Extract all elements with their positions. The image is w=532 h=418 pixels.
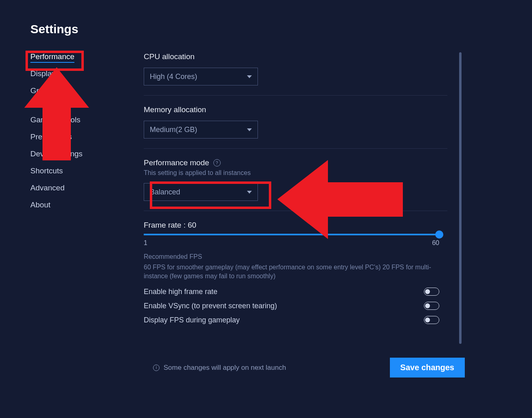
sidebar-item-display[interactable]: Display: [30, 69, 111, 78]
footer-note-text: Some changes will apply on next launch: [164, 364, 286, 372]
slider-thumb[interactable]: [435, 230, 443, 239]
toggle-vsync[interactable]: [424, 302, 439, 310]
save-button[interactable]: Save changes: [390, 358, 465, 377]
memory-value: Medium(2 GB): [150, 126, 197, 134]
frame-rate-max: 60: [432, 239, 439, 247]
sidebar-item-game-controls[interactable]: Game controls: [30, 115, 111, 124]
sidebar-item-advanced[interactable]: Advanced: [30, 183, 111, 192]
sidebar-item-about[interactable]: About: [30, 200, 111, 209]
cpu-select[interactable]: High (4 Cores): [144, 68, 258, 85]
toggle-high-frame[interactable]: [424, 288, 439, 296]
sidebar-item-shortcuts[interactable]: Shortcuts: [30, 166, 111, 175]
frame-rate-label-prefix: Frame rate :: [144, 221, 188, 229]
perf-mode-label: Performance mode: [144, 158, 209, 167]
cpu-value: High (4 Cores): [150, 73, 197, 81]
memory-select[interactable]: Medium(2 GB): [144, 121, 258, 139]
sidebar-item-device-settings[interactable]: Device settings: [30, 149, 111, 158]
chevron-down-icon: [247, 191, 252, 194]
recommended-title: Recommended FPS: [144, 253, 447, 260]
memory-label: Memory allocation: [144, 105, 447, 114]
chevron-down-icon: [247, 128, 252, 131]
footer: i Some changes will apply on next launch…: [153, 358, 465, 377]
page-title: Settings: [30, 22, 532, 36]
sidebar-item-graphics[interactable]: Graphics: [30, 86, 111, 95]
frame-rate-min: 1: [144, 239, 147, 247]
sidebar-item-performance[interactable]: Performance: [30, 52, 111, 61]
toggle-vsync-label: Enable VSync (to prevent screen tearing): [144, 302, 277, 310]
perf-mode-select[interactable]: Balanced: [144, 183, 258, 201]
settings-panel: CPU allocation High (4 Cores) Memory all…: [144, 52, 455, 350]
frame-rate-label: Frame rate : 60: [144, 221, 447, 230]
perf-mode-value: Balanced: [150, 188, 180, 196]
toggle-high-frame-label: Enable high frame rate: [144, 288, 217, 296]
toggle-display-fps-label: Display FPS during gameplay: [144, 316, 240, 324]
chevron-down-icon: [247, 75, 252, 78]
sidebar-item-preferences[interactable]: Preferences: [30, 132, 111, 141]
scrollbar[interactable]: [459, 52, 462, 344]
recommended-body: 60 FPS for smoother gameplay (may effect…: [144, 263, 439, 281]
perf-mode-note: This setting is applied to all instances: [144, 169, 447, 177]
frame-rate-slider[interactable]: [144, 234, 439, 235]
help-icon[interactable]: ?: [213, 159, 221, 166]
toggle-display-fps[interactable]: [424, 316, 439, 324]
cpu-label: CPU allocation: [144, 52, 447, 61]
sidebar: Performance Display Graphics Game contro…: [30, 52, 111, 350]
info-icon: i: [153, 365, 160, 371]
frame-rate-value: 60: [188, 221, 196, 229]
